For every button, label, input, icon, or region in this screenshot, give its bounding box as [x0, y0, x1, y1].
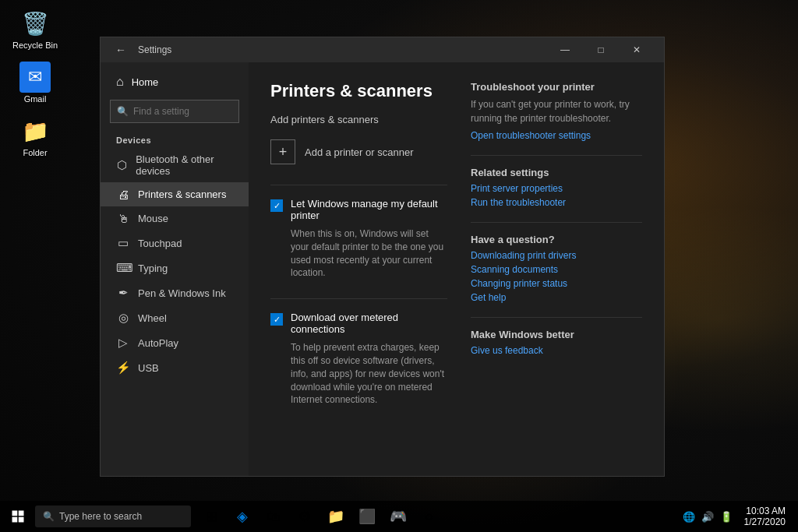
- troubleshoot-section: Troubleshoot your printer If you can't g…: [471, 81, 642, 141]
- wheel-icon: ◎: [116, 311, 130, 325]
- downloading-print-drivers-link[interactable]: Downloading print drivers: [471, 250, 642, 261]
- sidebar-item-wheel[interactable]: ◎ Wheel: [101, 305, 249, 330]
- settings-icon[interactable]: ⚙: [291, 501, 319, 532]
- svg-rect-1: [18, 511, 23, 516]
- xbox-icon[interactable]: 🎮: [384, 501, 412, 532]
- divider-3: [471, 317, 642, 318]
- task-view-button[interactable]: ⊞: [197, 501, 225, 532]
- settings-window: ← Settings — □ ✕ ⌂ Home 🔍 Devices: [100, 37, 665, 477]
- question-title: Have a question?: [471, 234, 642, 245]
- print-server-properties-link[interactable]: Print server properties: [471, 183, 642, 194]
- sidebar-touchpad-label: Touchpad: [138, 238, 182, 249]
- checkmark-icon-2: ✓: [274, 315, 281, 325]
- default-printer-label: Let Windows manage my default printer: [291, 198, 447, 221]
- volume-icon[interactable]: 🔊: [699, 511, 716, 523]
- sidebar-item-printers[interactable]: 🖨 Printers & scanners: [101, 182, 249, 206]
- gmail-icon[interactable]: ✉ Gmail: [8, 62, 62, 104]
- troubleshoot-title: Troubleshoot your printer: [471, 81, 642, 93]
- home-label: Home: [132, 76, 159, 88]
- sidebar-autoplay-label: AutoPlay: [138, 337, 178, 349]
- add-plus-icon: +: [270, 139, 295, 164]
- svg-rect-0: [12, 511, 17, 516]
- sidebar-pen-label: Pen & Windows Ink: [138, 287, 226, 299]
- start-button[interactable]: [0, 501, 35, 532]
- main-right-column: Troubleshoot your printer If you can't g…: [471, 81, 642, 457]
- get-help-link[interactable]: Get help: [471, 292, 642, 303]
- maximize-button[interactable]: □: [583, 37, 619, 62]
- sidebar-printers-label: Printers & scanners: [138, 188, 226, 200]
- network-icon[interactable]: 🌐: [680, 511, 697, 523]
- sidebar-item-usb[interactable]: ⚡ USB: [101, 355, 249, 380]
- back-button[interactable]: ←: [110, 39, 132, 61]
- sidebar-item-touchpad[interactable]: ▭ Touchpad: [101, 231, 249, 255]
- taskbar-right: 🌐 🔊 🔋 10:03 AM 1/27/2020: [680, 506, 798, 527]
- run-troubleshooter-link[interactable]: Run the troubleshooter: [471, 197, 642, 208]
- taskbar-search-label: Type here to search: [59, 511, 142, 522]
- minimize-button[interactable]: —: [547, 37, 583, 62]
- store-icon[interactable]: 🛍: [260, 501, 288, 532]
- sidebar-item-pen[interactable]: ✒ Pen & Windows Ink: [101, 280, 249, 305]
- sidebar-item-typing[interactable]: ⌨ Typing: [101, 255, 249, 280]
- scanning-documents-link[interactable]: Scanning documents: [471, 264, 642, 275]
- file-explorer-icon[interactable]: 📁: [322, 501, 350, 532]
- sidebar-category-devices: Devices: [101, 128, 249, 148]
- desktop: 🗑️ Recycle Bin ✉ Gmail 📁 Folder ← Settin…: [0, 0, 798, 532]
- divider-2: [471, 222, 642, 223]
- give-feedback-link[interactable]: Give us feedback: [471, 345, 642, 356]
- desktop-icons: 🗑️ Recycle Bin ✉ Gmail 📁 Folder: [8, 8, 62, 157]
- sidebar-bluetooth-label: Bluetooth & other devices: [136, 153, 233, 177]
- default-printer-description: When this is on, Windows will set your d…: [291, 227, 447, 280]
- sidebar-search-icon: 🔍: [117, 106, 129, 117]
- open-troubleshooter-link[interactable]: Open troubleshooter settings: [471, 130, 642, 141]
- add-printer-button[interactable]: + Add a printer or scanner: [270, 135, 447, 169]
- sidebar-search-input[interactable]: [133, 106, 232, 117]
- add-printer-label: Add a printer or scanner: [305, 146, 413, 158]
- battery-icon[interactable]: 🔋: [718, 511, 735, 523]
- pen-icon: ✒: [116, 286, 130, 300]
- add-section-title: Add printers & scanners: [270, 114, 447, 125]
- checkmark-icon: ✓: [274, 201, 281, 211]
- gmail-label: Gmail: [24, 94, 47, 104]
- cortana-icon[interactable]: ○: [415, 501, 443, 532]
- sidebar-item-autoplay[interactable]: ▷ AutoPlay: [101, 330, 249, 355]
- divider-1: [471, 155, 642, 156]
- sidebar-usb-label: USB: [138, 362, 159, 374]
- default-printer-checkbox[interactable]: ✓: [270, 199, 283, 212]
- usb-icon: ⚡: [116, 361, 130, 375]
- taskbar-clock[interactable]: 10:03 AM 1/27/2020: [738, 506, 792, 527]
- metered-connections-section: ✓ Download over metered connections To h…: [270, 298, 447, 407]
- main-content: Printers & scanners Add printers & scann…: [249, 62, 664, 476]
- window-title: Settings: [138, 44, 171, 55]
- window-titlebar: ← Settings — □ ✕: [101, 37, 664, 62]
- folder-image: 📁: [19, 115, 51, 146]
- sidebar-typing-label: Typing: [138, 262, 168, 274]
- folder-icon[interactable]: 📁 Folder: [8, 115, 62, 157]
- close-button[interactable]: ✕: [619, 37, 655, 62]
- make-windows-better-title: Make Windows better: [471, 329, 642, 340]
- troubleshoot-text: If you can't get your printer to work, t…: [471, 97, 642, 125]
- default-printer-row: ✓ Let Windows manage my default printer: [270, 198, 447, 221]
- system-tray: 🌐 🔊 🔋: [680, 511, 735, 523]
- terminal-icon[interactable]: ⬛: [353, 501, 381, 532]
- changing-printer-status-link[interactable]: Changing printer status: [471, 278, 642, 289]
- related-settings-section: Related settings Print server properties…: [471, 167, 642, 208]
- sidebar-wheel-label: Wheel: [138, 312, 167, 324]
- clock-time: 10:03 AM: [744, 506, 786, 516]
- sidebar-search-box[interactable]: 🔍: [110, 100, 239, 123]
- sidebar-mouse-label: Mouse: [138, 213, 168, 224]
- sidebar-item-mouse[interactable]: 🖱 Mouse: [101, 206, 249, 231]
- clock-date: 1/27/2020: [744, 516, 786, 527]
- metered-connections-checkbox[interactable]: ✓: [270, 313, 283, 326]
- sidebar-item-bluetooth[interactable]: ⬡ Bluetooth & other devices: [101, 148, 249, 182]
- window-body: ⌂ Home 🔍 Devices ⬡ Bluetooth & other dev…: [101, 62, 664, 476]
- sidebar-item-home[interactable]: ⌂ Home: [101, 69, 249, 95]
- page-title: Printers & scanners: [270, 81, 447, 101]
- edge-browser-icon[interactable]: ◈: [228, 501, 256, 532]
- taskbar-search-box[interactable]: 🔍 Type here to search: [35, 506, 191, 527]
- have-a-question-section: Have a question? Downloading print drive…: [471, 234, 642, 303]
- recycle-bin-icon[interactable]: 🗑️ Recycle Bin: [8, 8, 62, 50]
- metered-connections-row: ✓ Download over metered connections: [270, 312, 447, 335]
- autoplay-icon: ▷: [116, 336, 130, 350]
- printer-icon: 🖨: [116, 188, 130, 201]
- metered-connections-description: To help prevent extra charges, keep this…: [291, 341, 447, 407]
